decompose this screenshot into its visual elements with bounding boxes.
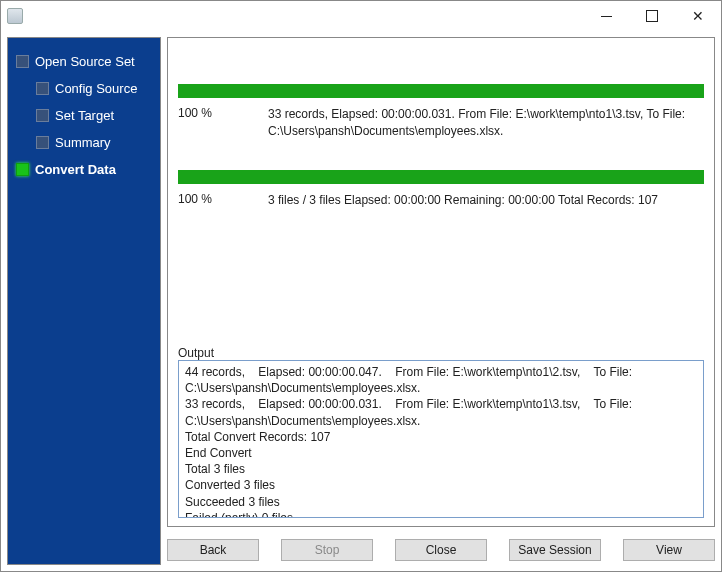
sidebar-item-config-source[interactable]: Config Source bbox=[14, 75, 154, 102]
view-button[interactable]: View bbox=[623, 539, 715, 561]
step-box-icon bbox=[16, 55, 29, 68]
sidebar-item-label: Config Source bbox=[55, 81, 137, 96]
sidebar-item-label: Summary bbox=[55, 135, 111, 150]
file-progress-percent: 100 % bbox=[178, 106, 268, 140]
sidebar-item-set-target[interactable]: Set Target bbox=[14, 102, 154, 129]
file-progress-block: 100 % 33 records, Elapsed: 00:00:00.031.… bbox=[178, 84, 704, 140]
minimize-button[interactable] bbox=[583, 1, 629, 31]
titlebar: ✕ bbox=[1, 1, 721, 31]
file-progress-details: 33 records, Elapsed: 00:00:00.031. From … bbox=[268, 106, 704, 140]
file-progress-bar bbox=[178, 84, 704, 98]
content-area: 100 % 33 records, Elapsed: 00:00:00.031.… bbox=[167, 37, 715, 527]
step-box-icon bbox=[16, 163, 29, 176]
button-row: Back Stop Close Save Session View bbox=[167, 527, 715, 565]
total-progress-bar bbox=[178, 170, 704, 184]
back-button[interactable]: Back bbox=[167, 539, 259, 561]
app-icon bbox=[7, 8, 23, 24]
total-progress-details: 3 files / 3 files Elapsed: 00:00:00 Rema… bbox=[268, 192, 704, 209]
output-text: 44 records, Elapsed: 00:00:00.047. From … bbox=[185, 365, 635, 518]
step-box-icon bbox=[36, 82, 49, 95]
output-label: Output bbox=[178, 320, 704, 360]
step-box-icon bbox=[36, 109, 49, 122]
sidebar-item-label: Open Source Set bbox=[35, 54, 135, 69]
stop-button[interactable]: Stop bbox=[281, 539, 373, 561]
close-window-button[interactable]: ✕ bbox=[675, 1, 721, 31]
window-buttons: ✕ bbox=[583, 1, 721, 31]
step-box-icon bbox=[36, 136, 49, 149]
output-textarea[interactable]: 44 records, Elapsed: 00:00:00.047. From … bbox=[178, 360, 704, 518]
sidebar: Open Source Set Config Source Set Target… bbox=[7, 37, 161, 565]
sidebar-item-convert-data[interactable]: Convert Data bbox=[14, 156, 154, 183]
close-button[interactable]: Close bbox=[395, 539, 487, 561]
maximize-button[interactable] bbox=[629, 1, 675, 31]
total-progress-percent: 100 % bbox=[178, 192, 268, 209]
main-panel: 100 % 33 records, Elapsed: 00:00:00.031.… bbox=[167, 37, 715, 565]
sidebar-item-summary[interactable]: Summary bbox=[14, 129, 154, 156]
sidebar-item-label: Set Target bbox=[55, 108, 114, 123]
sidebar-item-label: Convert Data bbox=[35, 162, 116, 177]
total-progress-block: 100 % 3 files / 3 files Elapsed: 00:00:0… bbox=[178, 170, 704, 209]
sidebar-item-open-source-set[interactable]: Open Source Set bbox=[14, 48, 154, 75]
save-session-button[interactable]: Save Session bbox=[509, 539, 601, 561]
